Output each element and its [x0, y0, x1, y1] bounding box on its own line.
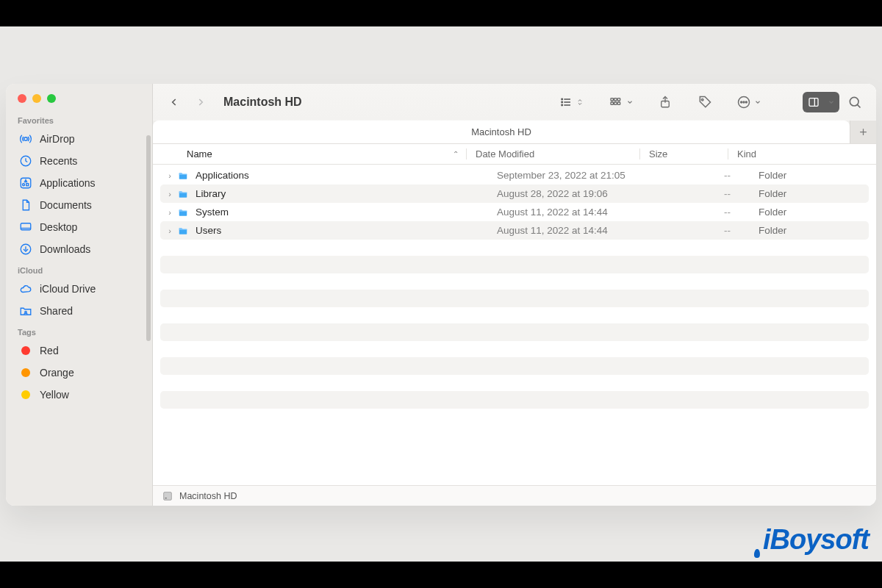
close-button[interactable]: [18, 94, 26, 103]
sidebar-item-documents[interactable]: Documents: [9, 194, 149, 216]
file-kind: Folder: [750, 170, 869, 181]
file-date: August 11, 2022 at 14:44: [488, 207, 662, 218]
forward-button[interactable]: [190, 92, 212, 112]
path-bar[interactable]: Macintosh HD: [153, 485, 876, 506]
clock-icon: [19, 154, 32, 168]
desktop: Favorites AirDrop Recents Applications D…: [0, 26, 882, 562]
more-actions-button[interactable]: [734, 92, 764, 112]
sort-ascending-icon: ⌃: [453, 150, 459, 158]
file-row[interactable]: › Library August 28, 2022 at 19:06 -- Fo…: [160, 184, 869, 203]
disclosure-triangle-icon[interactable]: ›: [163, 226, 176, 235]
sidebar-item-icloud-drive[interactable]: iCloud Drive: [9, 278, 149, 300]
tab-label: Macintosh HD: [471, 126, 531, 137]
applications-icon: [19, 176, 32, 190]
sidebar-item-label: Shared: [40, 305, 73, 317]
column-size[interactable]: Size: [639, 148, 728, 159]
file-date: August 11, 2022 at 14:44: [488, 225, 662, 236]
sidebar-item-downloads[interactable]: Downloads: [9, 238, 149, 260]
minimize-button[interactable]: [32, 94, 41, 103]
folder-icon: [176, 187, 191, 201]
sidebar-item-shared[interactable]: Shared: [9, 300, 149, 322]
sidebar-item-label: Downloads: [40, 243, 90, 255]
svg-point-13: [562, 104, 563, 106]
search-button[interactable]: [844, 92, 866, 112]
disclosure-triangle-icon[interactable]: ›: [163, 208, 176, 217]
sidebar-section-favorites: Favorites: [6, 110, 152, 128]
file-kind: Folder: [750, 225, 869, 236]
volume-icon: [162, 490, 173, 502]
sidebar-item-label: Recents: [40, 155, 77, 167]
sidebar-scrollbar[interactable]: [146, 135, 151, 341]
document-icon: [19, 198, 32, 212]
svg-rect-4: [26, 184, 29, 186]
sidebar-item-desktop[interactable]: Desktop: [9, 216, 149, 238]
file-size: --: [662, 225, 750, 236]
group-by-button[interactable]: [604, 92, 637, 112]
sidebar-item-label: Applications: [40, 177, 96, 189]
view-list-button[interactable]: [556, 92, 587, 112]
svg-rect-33: [165, 498, 167, 498]
svg-rect-16: [617, 98, 620, 100]
main-content: Macintosh HD: [153, 84, 876, 506]
finder-window: Favorites AirDrop Recents Applications D…: [6, 84, 876, 506]
file-name: System: [196, 207, 229, 218]
column-name[interactable]: Name⌃: [187, 148, 466, 159]
sidebar-item-applications[interactable]: Applications: [9, 172, 149, 194]
svg-point-25: [745, 101, 747, 103]
svg-rect-14: [611, 98, 613, 100]
sidebar-item-recents[interactable]: Recents: [9, 150, 149, 172]
sidebar: Favorites AirDrop Recents Applications D…: [6, 84, 153, 506]
empty-row: [160, 357, 869, 375]
svg-rect-15: [614, 98, 617, 100]
window-title: Macintosh HD: [223, 96, 302, 109]
file-row[interactable]: › System August 11, 2022 at 14:44 -- Fol…: [160, 203, 869, 221]
share-button[interactable]: [654, 92, 676, 112]
sidebar-section-tags: Tags: [6, 322, 152, 340]
tag-dot-icon: [19, 344, 32, 357]
sidebar-tag-orange[interactable]: Orange: [9, 362, 149, 384]
file-kind: Folder: [750, 188, 869, 199]
file-row[interactable]: › Users August 11, 2022 at 14:44 -- Fold…: [160, 221, 869, 240]
fullscreen-button[interactable]: [47, 94, 56, 103]
tab-macintosh-hd[interactable]: Macintosh HD: [153, 121, 850, 143]
file-name: Users: [196, 225, 221, 236]
file-kind: Folder: [750, 207, 869, 218]
sidebar-item-airdrop[interactable]: AirDrop: [9, 128, 149, 150]
svg-point-3: [23, 184, 25, 186]
svg-line-29: [857, 104, 860, 107]
chevron-down-icon: [828, 98, 835, 106]
file-row[interactable]: › Applications September 23, 2022 at 21:…: [160, 166, 869, 184]
file-size: --: [662, 170, 750, 181]
svg-point-24: [743, 101, 745, 103]
window-controls: [6, 84, 152, 110]
toolbar: Macintosh HD: [153, 84, 876, 121]
svg-rect-17: [611, 102, 613, 104]
column-date-modified[interactable]: Date Modified: [466, 148, 639, 159]
svg-point-21: [701, 98, 703, 101]
sidebar-item-label: Red: [40, 345, 59, 356]
sidebar-tag-yellow[interactable]: Yellow: [9, 384, 149, 406]
back-button[interactable]: [163, 92, 185, 112]
disclosure-triangle-icon[interactable]: ›: [163, 190, 176, 198]
airdrop-icon: [19, 132, 32, 146]
sidebar-item-label: AirDrop: [40, 133, 74, 145]
tag-button[interactable]: [694, 92, 716, 112]
column-kind[interactable]: Kind: [728, 148, 876, 159]
disclosure-triangle-icon[interactable]: ›: [163, 171, 176, 180]
watermark-logo: iBoysoft: [756, 524, 869, 556]
sidebar-item-label: Documents: [40, 199, 92, 211]
desktop-icon: [19, 220, 32, 234]
svg-point-0: [24, 137, 28, 141]
folder-icon: [176, 224, 191, 237]
svg-rect-5: [21, 223, 31, 230]
file-size: --: [662, 207, 750, 218]
path-segment: Macintosh HD: [179, 491, 237, 501]
empty-row: [160, 290, 869, 307]
new-tab-button[interactable]: [850, 121, 876, 143]
sidebar-item-label: Orange: [40, 367, 74, 379]
preview-pane-button[interactable]: [803, 92, 839, 112]
file-size: --: [662, 188, 750, 199]
updown-icon: [576, 97, 584, 107]
sidebar-tag-red[interactable]: Red: [9, 340, 149, 362]
column-headers: Name⌃ Date Modified Size Kind: [153, 144, 876, 165]
